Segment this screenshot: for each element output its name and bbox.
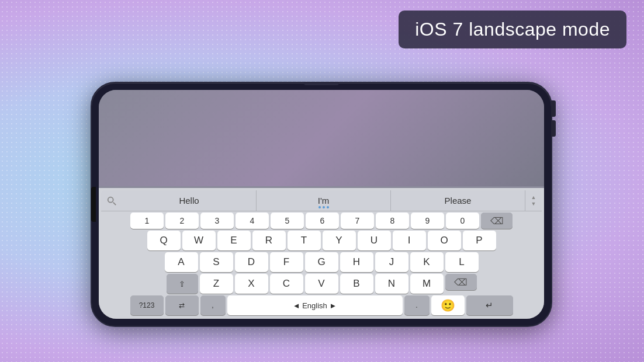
shift-icon: ⇧ [179,280,185,288]
key-t[interactable]: T [288,231,321,250]
phone-speaker [91,187,96,222]
search-icon-btn[interactable] [101,190,122,211]
suggestion-please[interactable]: Please [391,190,525,211]
key-123[interactable]: ?123 [130,295,164,315]
screen-top-area [99,90,544,186]
key-u[interactable]: U [358,231,391,250]
key-e[interactable]: E [217,231,251,250]
key-period[interactable]: . [404,295,430,315]
vol-down [551,120,556,137]
suggestions-row: Hello I'm Please ▲ ▼ [101,190,542,211]
phone-screen: Hello I'm Please ▲ ▼ [99,90,544,319]
key-q[interactable]: Q [147,231,181,250]
key-switch-arrows[interactable]: ⇄ [165,295,199,315]
key-y[interactable]: Y [323,231,356,250]
number-row: 1 2 3 4 5 6 7 8 9 0 ⌫ [101,213,542,229]
bottom-row: ?123 ⇄ , ◄ English ► . 🙂 [101,295,542,315]
key-r[interactable]: R [252,231,286,250]
suggestion-hello[interactable]: Hello [122,190,257,211]
key-b[interactable]: B [340,274,373,294]
phone-body: Hello I'm Please ▲ ▼ [91,82,552,327]
key-0[interactable]: 0 [446,213,479,229]
key-m[interactable]: M [410,274,444,294]
key-s[interactable]: S [200,252,233,272]
key-g[interactable]: G [305,252,338,272]
key-3[interactable]: 3 [200,213,234,229]
key-1[interactable]: 1 [130,213,164,229]
key-a[interactable]: A [165,252,198,272]
key-p[interactable]: P [463,231,496,250]
key-z[interactable]: Z [200,274,233,294]
key-l[interactable]: L [445,252,479,272]
key-k[interactable]: K [410,252,444,272]
return-icon: ↵ [486,300,493,311]
key-shift[interactable]: ⇧ [167,274,198,294]
key-5[interactable]: 5 [271,213,304,229]
suggestion-im[interactable]: I'm [257,190,391,211]
svg-line-1 [113,202,116,205]
key-4[interactable]: 4 [236,213,269,229]
key-i[interactable]: I [393,231,426,250]
title-badge: iOS 7 landscape mode [399,11,626,48]
key-o[interactable]: O [428,231,461,250]
key-d[interactable]: D [235,252,268,272]
key-h[interactable]: H [340,252,373,272]
key-w[interactable]: W [182,231,216,250]
svg-point-0 [108,197,113,202]
search-icon [106,196,117,206]
key-emoji[interactable]: 🙂 [431,295,465,315]
key-backspace[interactable]: ⌫ [445,274,477,290]
emoji-icon: 🙂 [441,298,455,312]
a-row: A S D F G H J K L [101,252,542,272]
key-delete[interactable]: ⌫ [481,213,513,229]
key-n[interactable]: N [375,274,408,294]
key-c[interactable]: C [270,274,303,294]
key-space[interactable]: ◄ English ► [227,295,403,315]
key-x[interactable]: X [235,274,268,294]
key-f[interactable]: F [270,252,303,272]
key-comma[interactable]: , [200,295,226,315]
key-8[interactable]: 8 [376,213,409,229]
q-row: Q W E R T Y U I O P [101,231,542,250]
key-2[interactable]: 2 [165,213,199,229]
title-text: iOS 7 landscape mode [415,19,610,40]
key-6[interactable]: 6 [306,213,339,229]
keyboard-area: Hello I'm Please ▲ ▼ [99,188,544,319]
suggestion-dots [318,206,329,208]
phone-wrapper: Hello I'm Please ▲ ▼ [91,82,552,327]
key-v[interactable]: V [305,274,338,294]
vol-buttons [551,100,556,137]
key-j[interactable]: J [375,252,408,272]
scroll-arrows[interactable]: ▲ ▼ [525,194,542,207]
switch-icon: ⇄ [179,301,185,309]
vol-up [551,100,556,117]
z-row: ⇧ Z X C V B N M ⌫ [101,274,542,294]
key-9[interactable]: 9 [411,213,444,229]
key-return[interactable]: ↵ [466,295,513,315]
key-7[interactable]: 7 [341,213,374,229]
